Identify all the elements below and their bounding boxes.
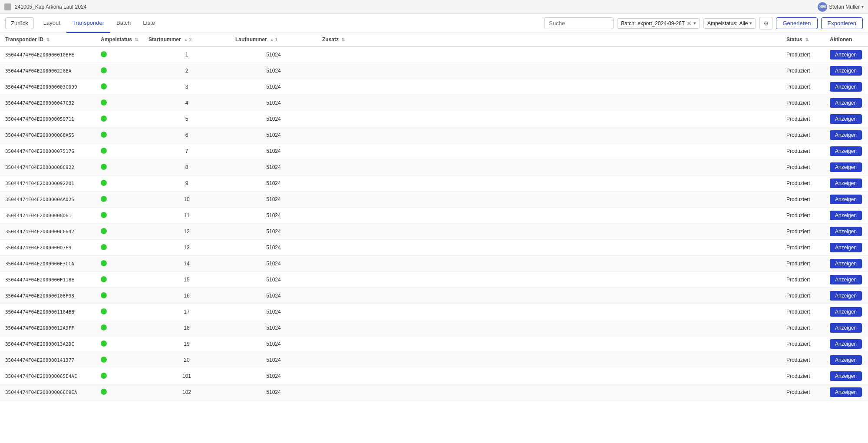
anzeigen-button[interactable]: Anzeigen <box>830 291 862 301</box>
col-header-status[interactable]: Status ⇅ <box>781 33 825 46</box>
green-dot-icon <box>101 83 107 89</box>
green-dot-icon <box>101 67 107 73</box>
user-name: Stefan Müller <box>829 4 860 10</box>
search-input[interactable] <box>544 17 614 29</box>
cell-laufnummer: 51024 <box>230 208 317 224</box>
cell-ampelstatus <box>96 192 143 208</box>
sort-icon: ⇅ <box>135 37 138 42</box>
cell-status: Produziert <box>781 320 825 336</box>
anzeigen-button[interactable]: Anzeigen <box>830 339 862 349</box>
anzeigen-button[interactable]: Anzeigen <box>830 82 862 92</box>
tab-layout[interactable]: Layout <box>37 14 66 33</box>
cell-transponder-id: 35044474F04E200000047C32 <box>0 95 96 111</box>
cell-zusatz <box>317 256 781 272</box>
cell-zusatz <box>317 288 781 304</box>
cell-zusatz <box>317 111 781 127</box>
table-row: 35044474F04E200000108F98 16 51024 Produz… <box>0 288 868 304</box>
anzeigen-button[interactable]: Anzeigen <box>830 211 862 220</box>
tab-liste[interactable]: Liste <box>137 14 161 33</box>
anzeigen-button[interactable]: Anzeigen <box>830 371 862 381</box>
settings-button[interactable]: ⚙ <box>759 17 772 30</box>
anzeigen-button[interactable]: Anzeigen <box>830 146 862 156</box>
cell-zusatz <box>317 192 781 208</box>
cell-transponder-id: 35044474F04E20000012A9FF <box>0 320 96 336</box>
cell-zusatz <box>317 143 781 159</box>
anzeigen-button[interactable]: Anzeigen <box>830 275 862 284</box>
cell-status: Produziert <box>781 95 825 111</box>
cell-startnummer: 9 <box>143 175 230 192</box>
chevron-down-icon[interactable]: ▾ <box>861 4 864 9</box>
cell-laufnummer: 51024 <box>230 111 317 127</box>
cell-laufnummer: 51024 <box>230 46 317 63</box>
cell-ampelstatus <box>96 175 143 192</box>
col-header-ampelstatus[interactable]: Ampelstatus ⇅ <box>96 33 143 46</box>
col-header-zusatz[interactable]: Zusatz ⇅ <box>317 33 781 46</box>
anzeigen-button[interactable]: Anzeigen <box>830 227 862 236</box>
anzeigen-button[interactable]: Anzeigen <box>830 243 862 252</box>
cell-startnummer: 14 <box>143 256 230 272</box>
cell-laufnummer: 51024 <box>230 256 317 272</box>
cell-transponder-id: 35044474F04E200000092201 <box>0 175 96 192</box>
cell-transponder-id: 35044474F04E200000010BFE <box>0 46 96 63</box>
table-row: 35044474F04E2000000F118E 15 51024 Produz… <box>0 272 868 288</box>
cell-status: Produziert <box>781 304 825 320</box>
cell-laufnummer: 51024 <box>230 159 317 175</box>
green-dot-icon <box>101 164 107 170</box>
exportieren-button[interactable]: Exportieren <box>821 17 863 29</box>
cell-status: Produziert <box>781 384 825 400</box>
batch-clear-icon[interactable]: ✕ <box>686 20 692 26</box>
table-body: 35044474F04E200000010BFE 1 51024 Produzi… <box>0 46 868 400</box>
anzeigen-button[interactable]: Anzeigen <box>830 355 862 365</box>
cell-transponder-id: 35044474F04E200000068A55 <box>0 127 96 143</box>
cell-zusatz <box>317 336 781 352</box>
table-row: 35044474F04E20000008D61 11 51024 Produzi… <box>0 208 868 224</box>
col-header-startnummer[interactable]: Startnummer ▲ 2 <box>143 33 230 46</box>
anzeigen-button[interactable]: Anzeigen <box>830 50 862 60</box>
back-button[interactable]: Zurück <box>5 17 34 29</box>
cell-ampelstatus <box>96 111 143 127</box>
table-row: 35044474F04E2000000D7E9 13 51024 Produzi… <box>0 240 868 256</box>
anzeigen-button[interactable]: Anzeigen <box>830 179 862 188</box>
anzeigen-button[interactable]: Anzeigen <box>830 130 862 140</box>
batch-filter: Batch: export_2024-09-26T ✕ ▾ <box>617 18 700 29</box>
anzeigen-button[interactable]: Anzeigen <box>830 66 862 76</box>
anzeigen-button[interactable]: Anzeigen <box>830 114 862 124</box>
cell-status: Produziert <box>781 240 825 256</box>
tab-transponder[interactable]: Transponder <box>66 14 110 33</box>
generieren-button[interactable]: Generieren <box>776 17 817 29</box>
anzeigen-button[interactable]: Anzeigen <box>830 162 862 172</box>
green-dot-icon <box>101 308 107 314</box>
cell-startnummer: 101 <box>143 368 230 384</box>
anzeigen-button[interactable]: Anzeigen <box>830 98 862 108</box>
cell-status: Produziert <box>781 175 825 192</box>
ampelstatus-select[interactable]: Ampelstatus: Alle ▾ <box>703 18 756 29</box>
cell-zusatz <box>317 384 781 400</box>
col-header-laufnummer[interactable]: Laufnummer ▲ 1 <box>230 33 317 46</box>
cell-status: Produziert <box>781 288 825 304</box>
cell-aktionen: Anzeigen <box>825 352 868 368</box>
cell-startnummer: 3 <box>143 79 230 95</box>
anzeigen-button[interactable]: Anzeigen <box>830 195 862 204</box>
green-dot-icon <box>101 324 107 331</box>
cell-aktionen: Anzeigen <box>825 46 868 63</box>
table-row: 35044474F04E20000013A2DC 19 51024 Produz… <box>0 336 868 352</box>
green-dot-icon <box>101 148 107 154</box>
anzeigen-button[interactable]: Anzeigen <box>830 387 862 397</box>
anzeigen-button[interactable]: Anzeigen <box>830 323 862 333</box>
cell-startnummer: 16 <box>143 288 230 304</box>
anzeigen-button[interactable]: Anzeigen <box>830 259 862 268</box>
transponder-table: Transponder ID ⇅ Ampelstatus ⇅ Startnumm… <box>0 33 868 400</box>
chevron-down-icon[interactable]: ▾ <box>693 20 696 26</box>
tab-batch[interactable]: Batch <box>110 14 137 33</box>
sort-icon: ▲ 2 <box>184 37 191 42</box>
cell-status: Produziert <box>781 63 825 79</box>
cell-transponder-id: 35044474F04E200000003CD99 <box>0 79 96 95</box>
green-dot-icon <box>101 228 107 234</box>
anzeigen-button[interactable]: Anzeigen <box>830 307 862 317</box>
cell-startnummer: 18 <box>143 320 230 336</box>
table-row: 35044474F04E200000092201 9 51024 Produzi… <box>0 175 868 192</box>
cell-ampelstatus <box>96 63 143 79</box>
cell-transponder-id: 35044474F04E200000065E4AE <box>0 368 96 384</box>
col-header-transponder-id[interactable]: Transponder ID ⇅ <box>0 33 96 46</box>
cell-zusatz <box>317 63 781 79</box>
